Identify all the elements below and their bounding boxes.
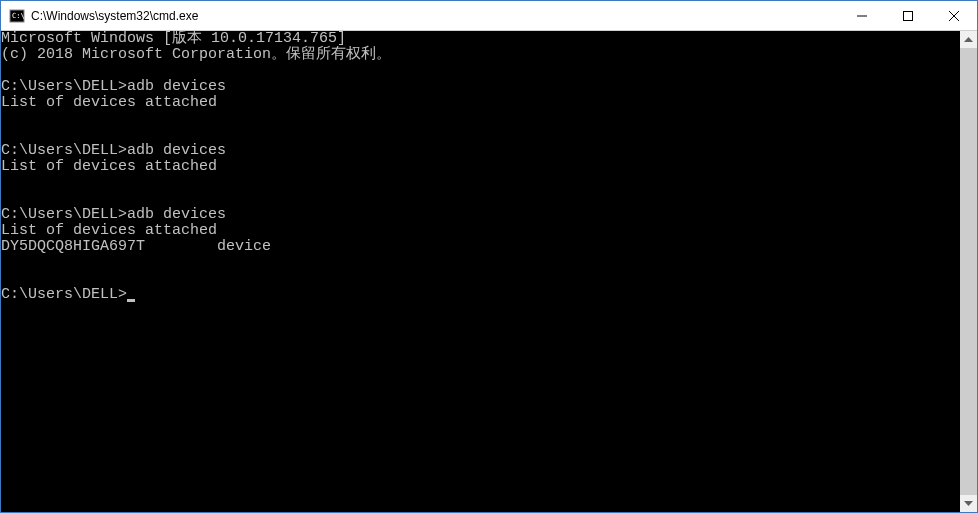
svg-rect-3 — [904, 11, 913, 20]
terminal-line — [1, 63, 960, 79]
terminal-line: DY5DQCQ8HIGA697T device — [1, 239, 960, 255]
terminal-line — [1, 175, 960, 191]
cursor — [127, 299, 135, 302]
terminal-line — [1, 271, 960, 287]
window-title: C:\Windows\system32\cmd.exe — [31, 9, 839, 23]
maximize-button[interactable] — [885, 1, 931, 30]
terminal-line: List of devices attached — [1, 159, 960, 175]
terminal-area: Microsoft Windows [版本 10.0.17134.765](c)… — [1, 31, 977, 512]
terminal-prompt-line: C:\Users\DELL> — [1, 287, 960, 303]
terminal-line: List of devices attached — [1, 95, 960, 111]
terminal-line — [1, 191, 960, 207]
window-controls — [839, 1, 977, 30]
scroll-down-arrow[interactable] — [960, 495, 977, 512]
svg-text:C:\: C:\ — [12, 12, 25, 20]
terminal-line: Microsoft Windows [版本 10.0.17134.765] — [1, 31, 960, 47]
terminal[interactable]: Microsoft Windows [版本 10.0.17134.765](c)… — [1, 31, 960, 512]
vertical-scrollbar[interactable] — [960, 31, 977, 512]
svg-marker-6 — [964, 37, 973, 42]
cmd-window: C:\ C:\Windows\system32\cmd.exe Microsof… — [0, 0, 978, 513]
cmd-icon: C:\ — [9, 8, 25, 24]
terminal-line: List of devices attached — [1, 223, 960, 239]
terminal-line — [1, 111, 960, 127]
titlebar[interactable]: C:\ C:\Windows\system32\cmd.exe — [1, 1, 977, 31]
close-button[interactable] — [931, 1, 977, 30]
terminal-line — [1, 255, 960, 271]
svg-marker-7 — [964, 501, 973, 506]
scroll-track[interactable] — [960, 48, 977, 495]
scroll-thumb[interactable] — [960, 48, 977, 495]
terminal-line: C:\Users\DELL>adb devices — [1, 79, 960, 95]
terminal-line: C:\Users\DELL>adb devices — [1, 143, 960, 159]
terminal-line: C:\Users\DELL>adb devices — [1, 207, 960, 223]
minimize-button[interactable] — [839, 1, 885, 30]
terminal-line — [1, 127, 960, 143]
terminal-line: (c) 2018 Microsoft Corporation。保留所有权利。 — [1, 47, 960, 63]
scroll-up-arrow[interactable] — [960, 31, 977, 48]
